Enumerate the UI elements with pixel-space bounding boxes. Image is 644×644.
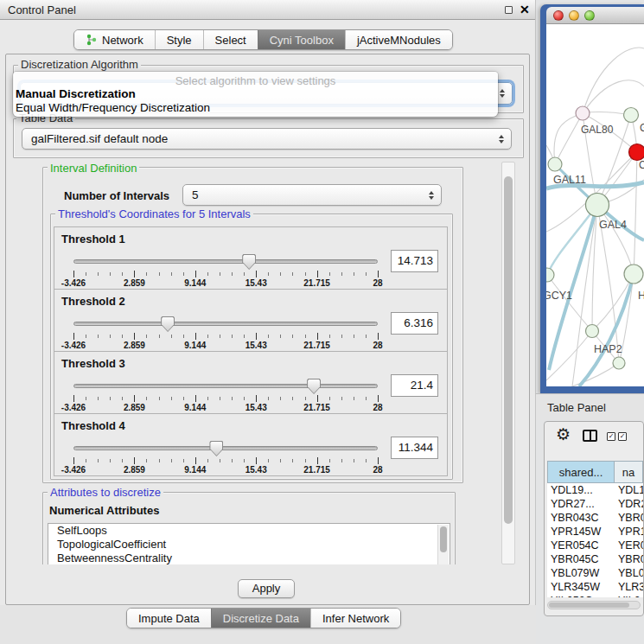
network-edge[interactable] bbox=[583, 48, 644, 113]
attribute-list-item[interactable]: TopologicalCoefficient bbox=[48, 538, 450, 552]
slider-tick-label: 9.144 bbox=[184, 403, 206, 412]
checkbox-icon[interactable]: ✓ bbox=[607, 432, 615, 441]
gear-icon[interactable]: ⚙ bbox=[556, 424, 571, 444]
network-view-window[interactable]: GAL80GCGAL11GAL4GCY1HHAP2 bbox=[540, 4, 644, 393]
node-gal11[interactable] bbox=[548, 157, 562, 171]
slider-tick-label: -3.426 bbox=[61, 278, 86, 288]
slider-track[interactable] bbox=[73, 322, 378, 326]
threshold-label: Threshold 1 bbox=[61, 233, 125, 245]
float-window-icon[interactable] bbox=[505, 6, 513, 14]
network-window-titlebar[interactable] bbox=[546, 7, 644, 24]
slider-tick bbox=[341, 272, 342, 276]
slider-tick bbox=[110, 335, 111, 338]
slider-tick-label: -3.426 bbox=[61, 403, 86, 412]
apply-button[interactable]: Apply bbox=[238, 579, 295, 598]
slider-tick bbox=[146, 397, 147, 400]
slider-tick-label: 9.144 bbox=[184, 341, 206, 350]
table-row[interactable]: YBR045CYBR0 bbox=[547, 552, 643, 566]
tab-network[interactable]: Network bbox=[74, 30, 155, 49]
table-data-combobox-value: galFiltered.sif default node bbox=[31, 132, 168, 145]
node-bottom[interactable] bbox=[613, 357, 625, 369]
slider-tick-label: 28 bbox=[373, 465, 382, 475]
node-hap2[interactable] bbox=[586, 325, 599, 338]
numerical-attributes-list[interactable]: SelfLoopsTopologicalCoefficientBetweenne… bbox=[48, 523, 450, 564]
minimize-window-icon[interactable] bbox=[569, 10, 579, 21]
tab-select[interactable]: Select bbox=[203, 30, 258, 49]
tab-cyni-toolbox[interactable]: Cyni Toolbox bbox=[258, 30, 345, 49]
node-red[interactable] bbox=[629, 144, 644, 161]
slider-tick bbox=[329, 397, 330, 400]
table-row[interactable]: YDL19...YDL1 bbox=[547, 483, 643, 497]
slider-thumb[interactable] bbox=[307, 379, 321, 394]
network-node-label: GCY1 bbox=[546, 290, 572, 302]
table-horizontal-scrollbar[interactable] bbox=[547, 601, 641, 609]
scrollbar-thumb[interactable] bbox=[549, 603, 629, 608]
network-edge[interactable] bbox=[634, 152, 637, 274]
slider-tick bbox=[256, 395, 257, 402]
tab-infer-network[interactable]: Infer Network bbox=[310, 609, 400, 628]
slider-tick-labels: -3.4262.8599.14415.4321.71528 bbox=[73, 341, 378, 351]
network-edge[interactable] bbox=[555, 113, 583, 164]
slider-thumb[interactable] bbox=[161, 316, 175, 332]
slider-track[interactable] bbox=[73, 446, 378, 450]
slider-tick-label: 15.43 bbox=[245, 341, 267, 350]
slider-tick bbox=[354, 397, 354, 400]
close-icon[interactable]: ✕ bbox=[520, 3, 530, 16]
table-row[interactable]: YER054CYER0 bbox=[547, 539, 643, 552]
table-row[interactable]: YLR345WYLR3 bbox=[547, 580, 643, 594]
attribute-list-item[interactable]: BetweennessCentrality bbox=[48, 552, 450, 564]
threshold-value-field[interactable]: 14.713 bbox=[391, 250, 438, 272]
algorithm-option-equal-width[interactable]: Equal Width/Frequency Discretization bbox=[16, 101, 210, 114]
node-h[interactable] bbox=[624, 265, 643, 284]
slider-track[interactable] bbox=[73, 384, 378, 388]
threshold-value-field[interactable]: 6.316 bbox=[391, 312, 438, 335]
slider-tick-label: 21.715 bbox=[303, 278, 330, 288]
tab-jactivemnodules[interactable]: jActiveMNodules bbox=[345, 30, 452, 49]
slider-tick bbox=[207, 459, 208, 462]
table-row[interactable]: YIL052CYIL0 bbox=[547, 594, 643, 597]
threshold-value-field[interactable]: 21.4 bbox=[391, 374, 438, 397]
column-header-name[interactable]: na bbox=[615, 461, 643, 483]
network-edge[interactable] bbox=[549, 205, 597, 370]
column-layout-icon[interactable] bbox=[583, 430, 597, 442]
network-edge[interactable] bbox=[554, 116, 576, 164]
close-window-icon[interactable] bbox=[553, 10, 564, 21]
slider-thumb[interactable] bbox=[209, 441, 223, 456]
slider-thumb[interactable] bbox=[242, 254, 256, 270]
slider-tick bbox=[183, 335, 184, 338]
table-row[interactable]: YBL079WYBL0 bbox=[547, 566, 643, 580]
attribute-list-item[interactable]: SelfLoops bbox=[48, 524, 450, 538]
node-topright[interactable] bbox=[624, 108, 639, 123]
table-panel-title: Table Panel bbox=[547, 401, 606, 414]
num-intervals-combobox[interactable]: 5 bbox=[182, 184, 442, 206]
settings-vertical-scrollbar[interactable] bbox=[501, 162, 515, 564]
slider-tick bbox=[354, 459, 354, 462]
table-data-combobox[interactable]: galFiltered.sif default node bbox=[22, 128, 512, 150]
checkbox-icon[interactable]: ✓ bbox=[618, 432, 627, 441]
table-row[interactable]: YPR145WYPR1 bbox=[547, 525, 643, 539]
zoom-window-icon[interactable] bbox=[584, 10, 595, 21]
slider-tick bbox=[134, 457, 135, 464]
tab-impute-data[interactable]: Impute Data bbox=[127, 609, 211, 628]
table-row[interactable]: YDR27...YDR2 bbox=[547, 497, 643, 511]
network-canvas[interactable]: GAL80GCGAL11GAL4GCY1HHAP2 bbox=[546, 24, 644, 386]
node-pink[interactable] bbox=[576, 106, 590, 120]
slider-track[interactable] bbox=[73, 259, 378, 264]
screen: Control Panel ✕ Network Style Select Cyn… bbox=[0, 0, 644, 644]
attributes-list-scrollbar[interactable] bbox=[437, 525, 449, 564]
slider-tick-label: 9.144 bbox=[184, 278, 206, 288]
tab-network-label: Network bbox=[102, 34, 143, 47]
column-header-shared-name[interactable]: shared... bbox=[547, 461, 615, 483]
algorithm-option-manual[interactable]: Manual Discretization bbox=[16, 87, 136, 100]
node-gcy1[interactable] bbox=[546, 268, 554, 282]
node-gal4[interactable] bbox=[586, 194, 609, 217]
table-row[interactable]: YBR043CYBR0 bbox=[547, 511, 643, 525]
tab-discretize-data[interactable]: Discretize Data bbox=[211, 609, 310, 628]
threshold-value-field[interactable]: 11.344 bbox=[391, 437, 438, 459]
tab-style[interactable]: Style bbox=[155, 30, 203, 49]
control-panel-titlebar: Control Panel ✕ bbox=[0, 0, 535, 20]
slider-tick bbox=[195, 271, 196, 277]
slider-tick-label: 28 bbox=[373, 278, 382, 288]
slider-tick bbox=[305, 335, 306, 338]
scrollbar-thumb[interactable] bbox=[504, 176, 513, 524]
